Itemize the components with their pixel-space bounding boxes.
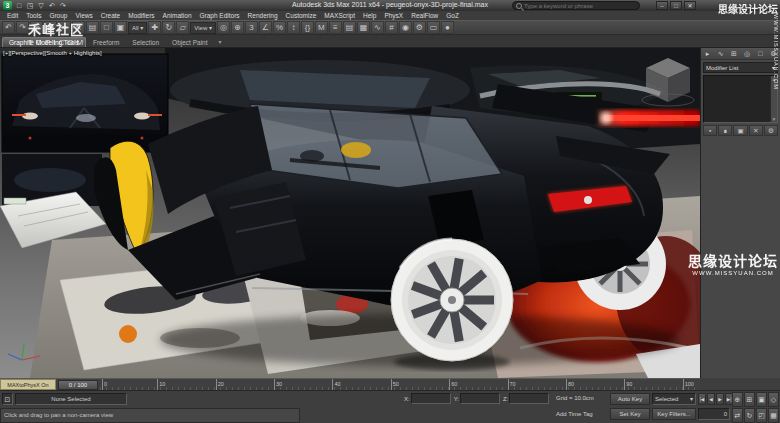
menu-item[interactable]: Customize [282,11,321,20]
walk-through-icon[interactable]: ▦ [768,408,779,423]
select-by-name-icon[interactable]: ▤ [86,21,99,34]
maximize-button[interactable]: □ [670,1,682,10]
select-move-icon[interactable]: ✚ [148,21,161,34]
zoom-all-icon[interactable]: ⊞ [744,392,755,407]
motion-tab-icon[interactable]: ◎ [741,48,754,59]
previous-frame-button[interactable]: ◀ [707,393,715,405]
menu-item[interactable]: Animation [159,11,196,20]
menu-item[interactable]: Modifiers [124,11,158,20]
modify-tab-icon[interactable]: ∿ [714,48,727,59]
menu-item[interactable]: PhysX [380,11,407,20]
menu-item[interactable]: Group [45,11,71,20]
pin-stack-icon[interactable]: ▪ [703,125,717,136]
modifier-list-dropdown[interactable]: Modifier List ▾ [703,62,778,73]
key-selection-dropdown[interactable]: Selected ▾ [652,393,696,405]
menu-item[interactable]: Create [97,11,125,20]
snap-toggle-icon[interactable]: 3 [245,21,258,34]
spinner-snap-icon[interactable]: ↕ [287,21,300,34]
play-button[interactable]: ▶ [716,393,724,405]
menu-item[interactable]: Edit [3,11,22,20]
pan-icon[interactable]: ⇄ [732,408,743,423]
redo-icon[interactable]: ↷ [58,1,68,10]
schematic-view-icon[interactable]: # [385,21,398,34]
ribbon-minimize-icon[interactable]: ▾ [219,38,222,47]
display-tab-icon[interactable]: □ [754,48,767,59]
viewport-hud-label[interactable]: [+][Perspective][Smooth + Highlights] [3,50,102,56]
zoom-extents-icon[interactable]: ▣ [756,392,767,407]
modifier-stack-list[interactable]: ▲ ▼ [703,75,778,123]
new-file-icon[interactable]: □ [14,1,24,10]
configure-modifier-sets-icon[interactable]: ⚙ [764,125,778,136]
hierarchy-tab-icon[interactable]: ⊞ [727,48,740,59]
open-file-icon[interactable]: ◳ [25,1,35,10]
undo-icon[interactable]: ↶ [2,21,15,34]
zoom-icon[interactable]: ⊕ [732,392,743,407]
render-icon[interactable]: ● [441,21,454,34]
search-input[interactable] [524,3,636,9]
reference-coordinate-dropdown[interactable]: View ▾ [190,22,216,34]
auto-key-button[interactable]: Auto Key [610,393,650,405]
time-slider[interactable]: 0 / 100 [58,380,98,390]
layer-manager-icon[interactable]: ▤ [343,21,356,34]
utilities-tab-icon[interactable]: ⚙ [767,48,780,59]
menu-item[interactable]: Graph Editors [196,11,244,20]
add-time-tag[interactable]: Add Time Tag [556,411,593,417]
key-filters-button[interactable]: Key Filters... [652,408,696,420]
undo-icon[interactable]: ↶ [47,1,57,10]
stack-scrollbar[interactable]: ▲ ▼ [770,76,777,122]
angle-snap-icon[interactable]: ∠ [259,21,272,34]
render-setup-icon[interactable]: ⚙ [413,21,426,34]
show-end-result-icon[interactable]: ∎ [718,125,732,136]
remove-modifier-icon[interactable]: ✕ [749,125,763,136]
coord-input[interactable] [411,393,451,404]
selection-filter-dropdown[interactable]: All ▾ [128,22,147,34]
select-scale-icon[interactable]: ▱ [176,21,189,34]
select-object-icon[interactable]: ↖ [72,21,85,34]
window-crossing-icon[interactable]: ▣ [114,21,127,34]
align-icon[interactable]: ≡ [329,21,342,34]
selection-lock-icon[interactable]: ⊡ [2,393,13,405]
select-manipulate-icon[interactable]: ⊕ [231,21,244,34]
menu-item[interactable]: Rendering [244,11,282,20]
minimize-button[interactable]: – [656,1,668,10]
rect-selection-region-icon[interactable]: □ [100,21,113,34]
rendered-frame-window-icon[interactable]: ▭ [427,21,440,34]
link-icon[interactable]: ∞ [30,21,43,34]
percent-snap-icon[interactable]: % [273,21,286,34]
app-logo-icon[interactable]: 3 [3,1,12,10]
menu-item[interactable]: Tools [22,11,45,20]
graphite-ribbon-toggle-icon[interactable]: ▦ [357,21,370,34]
menu-item[interactable]: MAXScript [320,11,359,20]
perspective-viewport[interactable]: [+][Perspective][Smooth + Highlights] [0,48,700,378]
menu-item[interactable]: Views [71,11,96,20]
ribbon-tab[interactable]: Selection [126,38,165,47]
save-icon[interactable]: ▽ [36,1,46,10]
go-to-start-button[interactable]: |◀ [698,393,706,405]
ribbon-tab[interactable]: Graphite Modeling Tools [2,37,86,47]
menu-item[interactable]: Help [359,11,380,20]
mirror-icon[interactable]: M [315,21,328,34]
orbit-icon[interactable]: ↻ [744,408,755,423]
set-key-button[interactable]: Set Key [610,408,650,420]
scroll-up-icon[interactable]: ▲ [771,76,777,82]
menu-item[interactable]: RealFlow [407,11,442,20]
menu-item[interactable]: GoZ [442,11,463,20]
make-unique-icon[interactable]: ▣ [733,125,747,136]
coord-input[interactable] [460,393,500,404]
edit-named-selections-icon[interactable]: {} [301,21,314,34]
select-rotate-icon[interactable]: ↻ [162,21,175,34]
redo-icon[interactable]: ↷ [16,21,29,34]
unlink-icon[interactable]: ⊘ [44,21,57,34]
ribbon-tab[interactable]: Freeform [87,38,125,47]
material-editor-icon[interactable]: ◉ [399,21,412,34]
use-center-icon[interactable]: ◎ [217,21,230,34]
track-bar[interactable]: MAXtoPhysX On 0 / 100 010203040506070809… [0,378,700,390]
close-button[interactable]: ✕ [684,1,696,10]
field-of-view-icon[interactable]: ◇ [768,392,779,407]
maximize-viewport-icon[interactable]: ◰ [756,408,767,423]
curve-editor-icon[interactable]: ∿ [371,21,384,34]
current-frame-field[interactable]: 0 [698,408,730,420]
create-tab-icon[interactable]: ▸ [701,48,714,59]
bind-spacewarp-icon[interactable]: ≈ [58,21,71,34]
ribbon-tab[interactable]: Object Paint [166,38,213,47]
